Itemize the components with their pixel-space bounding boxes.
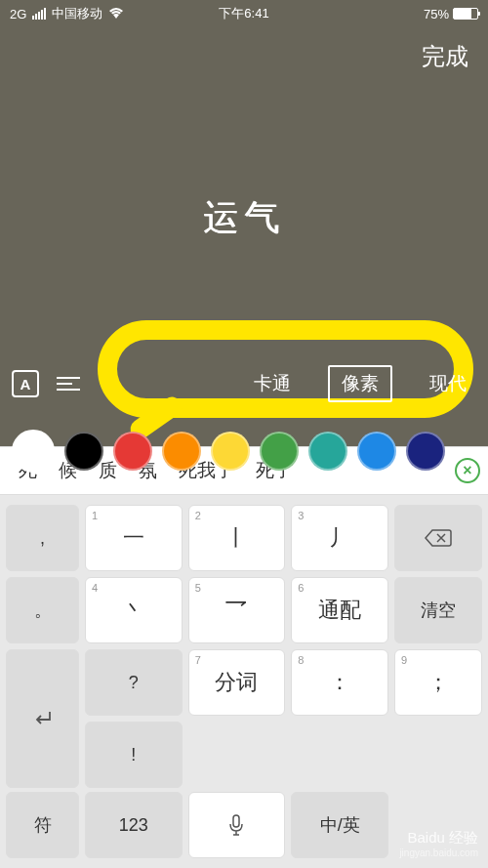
color-red[interactable]: [113, 432, 152, 471]
key-backspace[interactable]: [394, 505, 482, 571]
key-123[interactable]: 123: [85, 792, 183, 858]
color-white[interactable]: [12, 430, 55, 473]
color-black[interactable]: [64, 432, 103, 471]
status-time: 下午6:41: [166, 5, 322, 22]
text-style-button[interactable]: A: [12, 370, 39, 397]
key-2[interactable]: 2丨: [188, 505, 286, 571]
key-comma[interactable]: ,: [6, 505, 79, 571]
carrier-label: 中国移动: [52, 5, 102, 22]
enter-icon: [30, 706, 56, 731]
done-button[interactable]: 完成: [422, 41, 468, 72]
canvas-text: 运气: [203, 194, 285, 242]
color-orange[interactable]: [162, 432, 201, 471]
key-lang[interactable]: 中/英: [291, 792, 388, 858]
wifi-icon: [108, 7, 124, 21]
key-5[interactable]: 5乛: [188, 577, 286, 643]
keyboard: 死 候 质 氛 死我了 死了 × , 1一 2丨 3丿 。 4丶 5乛 6通配 …: [0, 446, 488, 868]
key-9[interactable]: 9；: [394, 649, 482, 716]
key-3[interactable]: 3丿: [291, 505, 388, 571]
header: 完成: [0, 27, 488, 86]
color-green[interactable]: [260, 432, 299, 471]
color-teal[interactable]: [308, 432, 347, 471]
color-blue[interactable]: [357, 432, 396, 471]
mic-icon: [227, 813, 245, 837]
key-6[interactable]: 6通配: [291, 577, 388, 643]
color-darkblue[interactable]: [406, 432, 445, 471]
text-canvas[interactable]: 运气: [0, 86, 488, 350]
signal-icon: [32, 8, 46, 20]
key-enter[interactable]: [6, 649, 79, 788]
font-options: 卡通 像素 现代: [244, 365, 476, 402]
key-1[interactable]: 1一: [85, 505, 183, 571]
font-cartoon[interactable]: 卡通: [244, 365, 301, 402]
key-7[interactable]: 7分词: [188, 649, 286, 716]
battery-icon: [453, 8, 478, 20]
battery-percent: 75%: [424, 7, 449, 21]
key-question[interactable]: ?: [85, 649, 183, 716]
font-pixel[interactable]: 像素: [328, 365, 392, 402]
svg-rect-0: [233, 815, 239, 827]
network-type: 2G: [10, 7, 26, 21]
key-clear[interactable]: 清空: [394, 577, 482, 643]
backspace-icon: [425, 528, 452, 548]
color-yellow[interactable]: [211, 432, 250, 471]
watermark: Baidu 经验 jingyan.baidu.com: [399, 829, 478, 858]
key-8[interactable]: 8：: [291, 649, 388, 716]
edit-toolbar: A 卡通 像素 现代: [0, 350, 488, 418]
status-bar: 2G 中国移动 下午6:41 75%: [0, 0, 488, 27]
key-period[interactable]: 。: [6, 577, 79, 643]
color-palette: [0, 418, 488, 486]
font-modern[interactable]: 现代: [420, 365, 476, 402]
key-grid: , 1一 2丨 3丿 。 4丶 5乛 6通配 清空 ? 7分词 8： 9； ! …: [0, 495, 488, 798]
align-button[interactable]: [57, 377, 80, 391]
key-symbol[interactable]: 符: [6, 792, 79, 858]
key-4[interactable]: 4丶: [85, 577, 183, 643]
key-exclaim[interactable]: !: [85, 722, 183, 788]
key-space[interactable]: [188, 792, 286, 858]
